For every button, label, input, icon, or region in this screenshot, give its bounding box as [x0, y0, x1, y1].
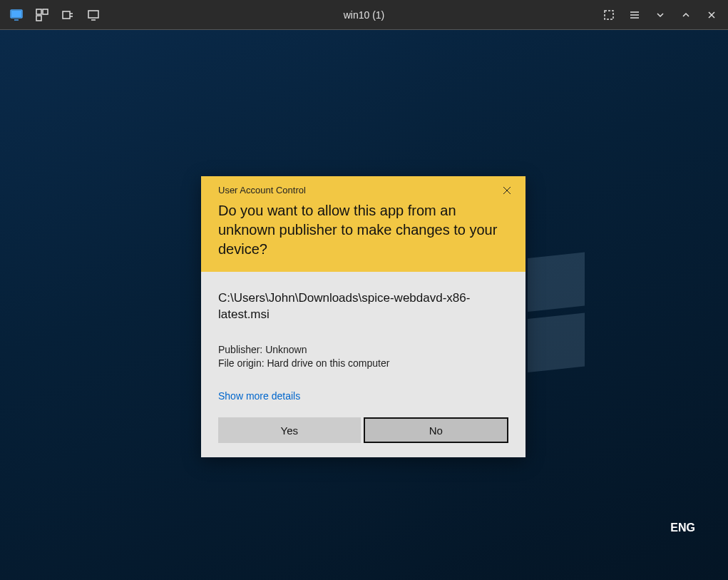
chevron-up-icon[interactable] [680, 9, 692, 21]
no-button[interactable]: No [364, 417, 509, 443]
svg-rect-4 [43, 9, 48, 14]
publisher-line: Publisher: Unknown [218, 343, 508, 357]
uac-filepath: C:\Users\John\Downloads\spice-webdavd-x8… [218, 290, 508, 323]
chevron-down-icon[interactable] [654, 9, 667, 21]
uac-metadata: Publisher: Unknown File origin: Hard dri… [218, 343, 508, 371]
yes-button[interactable]: Yes [218, 417, 361, 443]
uac-question: Do you want to allow this app from an un… [218, 201, 508, 259]
close-button[interactable] [501, 185, 513, 196]
layout-icon[interactable] [36, 9, 48, 21]
vm-titlebar: win10 (1) [0, 0, 728, 30]
fullscreen-icon[interactable] [603, 9, 615, 21]
close-vm-icon[interactable] [705, 9, 718, 21]
uac-header: User Account Control Do you want to allo… [201, 176, 526, 272]
svg-rect-5 [36, 16, 41, 21]
monitor-icon[interactable] [10, 9, 23, 21]
uac-title: User Account Control [218, 185, 508, 195]
display-icon[interactable] [87, 9, 100, 21]
svg-rect-11 [605, 11, 613, 19]
show-details-link[interactable]: Show more details [218, 390, 300, 402]
language-indicator[interactable]: ENG [670, 522, 695, 534]
svg-rect-3 [36, 9, 41, 14]
vm-title: win10 (1) [344, 9, 385, 21]
svg-rect-1 [11, 11, 21, 17]
menu-icon[interactable] [628, 9, 641, 21]
usb-icon[interactable] [61, 9, 74, 21]
svg-rect-6 [63, 11, 70, 19]
uac-body: C:\Users\John\Downloads\spice-webdavd-x8… [201, 272, 526, 457]
desktop: User Account Control Do you want to allo… [0, 30, 728, 580]
uac-dialog: User Account Control Do you want to allo… [201, 176, 526, 457]
svg-rect-9 [88, 11, 98, 18]
origin-line: File origin: Hard drive on this computer [218, 357, 508, 371]
